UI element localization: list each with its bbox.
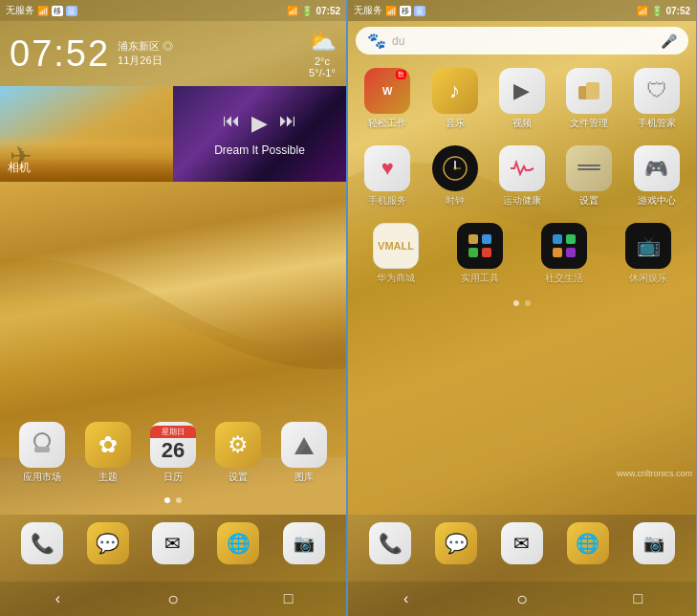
right-dock-sms[interactable]: 💬 <box>427 522 485 567</box>
right-dock-camera-icon[interactable]: 📷 <box>633 522 675 564</box>
music-card[interactable]: ⏮ ▶ ⏭ Dream It Possible <box>173 86 346 182</box>
left-status-bar: 无服务 📶 移 蓝 📶 🔋 07:52 <box>0 0 346 21</box>
app-settings[interactable]: ⚙ 设置 <box>209 422 267 484</box>
recents-button[interactable]: □ <box>270 590 308 607</box>
dock-phone[interactable]: 📞 <box>13 522 71 567</box>
left-bt-badge: 蓝 <box>66 6 77 16</box>
play-icon[interactable]: ▶ <box>251 111 268 136</box>
camera-card[interactable]: 相机 <box>0 86 173 182</box>
left-time: 07:52 <box>316 6 340 16</box>
temp-range: 5°/-1° <box>309 67 336 78</box>
easy-work-icon[interactable]: W 数 <box>364 68 410 114</box>
right-recents-button[interactable]: □ <box>619 590 657 607</box>
svg-point-0 <box>34 433 50 449</box>
right-nav-bar: ‹ ○ □ <box>348 582 696 616</box>
left-phone: 无服务 📶 移 蓝 📶 🔋 07:52 07:52 浦东新区 ◎ 11月26日 … <box>0 0 348 616</box>
mic-icon[interactable]: 🎤 <box>661 33 677 49</box>
right-dock-mail-icon[interactable]: ✉ <box>501 522 543 564</box>
gallery-svg <box>291 431 317 458</box>
clock-svg <box>442 155 468 182</box>
prev-icon[interactable]: ⏮ <box>223 111 240 136</box>
dock-camera[interactable]: 📷 <box>275 522 333 567</box>
games-icon[interactable]: 🎮 <box>634 145 680 191</box>
media-controls[interactable]: ⏮ ▶ ⏭ <box>223 111 296 136</box>
left-dock: 📞 💬 ✉ 🌐 📷 <box>0 515 346 582</box>
back-button[interactable]: ‹ <box>38 590 76 607</box>
app-gallery-icon[interactable] <box>281 422 327 468</box>
dock-sms[interactable]: 💬 <box>79 522 137 567</box>
watermark: www.cnltronics.com <box>617 469 692 478</box>
left-gold-bg: 应用市场 ✿ 主题 星期日 26 日历 <box>0 182 346 515</box>
search-bar[interactable]: 🐾 du 🎤 <box>356 27 688 55</box>
app-theme-label: 主题 <box>98 471 118 484</box>
settings-r-svg <box>577 164 601 173</box>
app-settings-icon[interactable]: ⚙ <box>215 422 261 468</box>
svg-rect-5 <box>586 82 599 99</box>
dock-browser-icon[interactable]: 🌐 <box>217 522 259 564</box>
dock-camera-icon[interactable]: 📷 <box>283 522 325 564</box>
health-icon[interactable] <box>499 145 545 191</box>
dock-phone-icon[interactable]: 📞 <box>21 522 63 564</box>
market-svg <box>29 431 55 458</box>
entertainment-icon[interactable]: 📺 <box>625 223 671 269</box>
right-back-button[interactable]: ‹ <box>387 590 425 607</box>
right-dock-browser-icon[interactable]: 🌐 <box>567 522 609 564</box>
svg-rect-14 <box>482 234 491 244</box>
app-gallery[interactable]: 图库 <box>275 422 333 484</box>
app-gallery-label: 图库 <box>294 471 314 484</box>
date-label: 11月26日 <box>118 54 162 68</box>
weather-widget: 07:52 浦东新区 ◎ 11月26日 ⛅ 2°c 5°/-1° <box>0 21 346 86</box>
phone-service-icon[interactable]: ♥ <box>364 145 410 191</box>
clock-icon[interactable] <box>432 145 478 191</box>
right-home-button[interactable]: ○ <box>503 588 541 610</box>
tools-icon[interactable] <box>457 223 503 269</box>
right-dock-sms-icon[interactable]: 💬 <box>435 522 477 564</box>
settings-r-icon[interactable] <box>566 145 612 191</box>
phone-emoji: 📞 <box>31 532 54 555</box>
files-icon[interactable] <box>566 68 612 114</box>
right-dock-phone[interactable]: 📞 <box>361 522 419 567</box>
svg-rect-18 <box>566 234 576 244</box>
app-calendar[interactable]: 星期日 26 日历 <box>144 422 202 484</box>
music-icon[interactable]: ♪ <box>432 68 478 114</box>
dock-sms-icon[interactable]: 💬 <box>87 522 129 564</box>
right-dock-mail[interactable]: ✉ <box>493 522 551 567</box>
video-icon[interactable]: ▶ <box>499 68 545 114</box>
right-sim-badge: 移 <box>400 6 411 16</box>
app-calendar-label: 日历 <box>163 471 183 484</box>
next-icon[interactable]: ⏭ <box>279 111 296 136</box>
entertainment-symbol: 📺 <box>637 234 661 257</box>
right-dock-camera[interactable]: 📷 <box>625 522 683 567</box>
app-calendar-icon[interactable]: 星期日 26 <box>150 422 196 468</box>
right-camera-emoji: 📷 <box>643 533 664 554</box>
gold-spacer <box>0 182 346 416</box>
left-battery-icon: 🔋 <box>301 6 313 16</box>
home-button[interactable]: ○ <box>154 588 192 610</box>
left-sim-badge: 移 <box>52 6 63 16</box>
app-market[interactable]: 应用市场 <box>13 422 71 484</box>
right-bt-badge: 蓝 <box>414 6 425 16</box>
location-label: 浦东新区 ◎ <box>118 39 173 54</box>
right-status-left: 无服务 📶 移 蓝 <box>354 4 425 17</box>
app-market-label: 应用市场 <box>23 471 61 484</box>
camera-label: 相机 <box>8 160 31 176</box>
right-dock-phone-icon[interactable]: 📞 <box>369 522 411 564</box>
dock-browser[interactable]: 🌐 <box>209 522 267 567</box>
media-row: 相机 ⏮ ▶ ⏭ Dream It Possible <box>0 86 346 182</box>
guardian-icon[interactable]: 🛡 <box>634 68 680 114</box>
song-title: Dream It Possible <box>214 143 305 157</box>
health-svg <box>509 159 535 178</box>
social-icon[interactable] <box>541 223 587 269</box>
svg-rect-10 <box>577 165 600 166</box>
search-placeholder[interactable]: du <box>392 34 661 48</box>
vmall-icon[interactable]: VMALL <box>373 223 419 269</box>
dock-mail-icon[interactable]: ✉ <box>152 522 194 564</box>
app-theme[interactable]: ✿ 主题 <box>79 422 137 484</box>
dock-mail[interactable]: ✉ <box>144 522 202 567</box>
app-theme-icon[interactable]: ✿ <box>85 422 131 468</box>
app-market-icon[interactable] <box>19 422 65 468</box>
right-dock-browser[interactable]: 🌐 <box>559 522 617 567</box>
mail-emoji: ✉ <box>164 532 181 555</box>
right-signal-icon: 📶 <box>385 6 397 16</box>
dot-1 <box>164 497 170 503</box>
